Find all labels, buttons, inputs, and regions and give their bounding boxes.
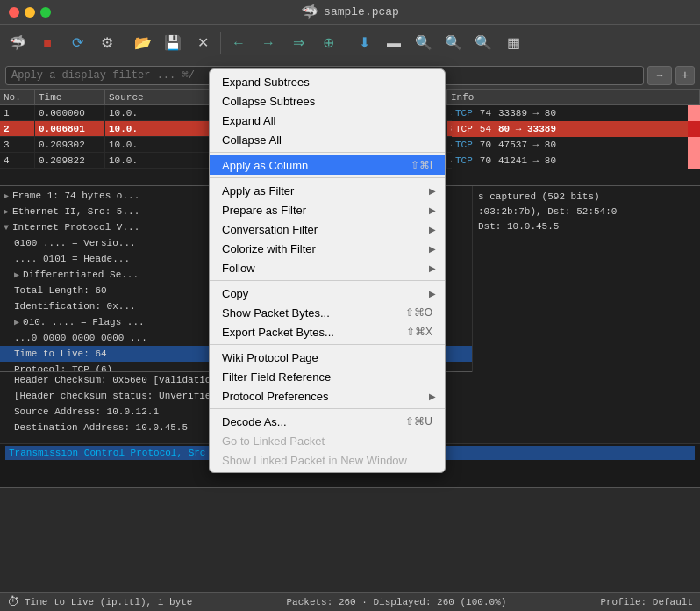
cell-source: 10.0.: [105, 105, 175, 120]
cm-follow[interactable]: Follow: [210, 258, 445, 277]
cm-decode-as[interactable]: Decode As... ⇧⌘U: [210, 412, 445, 431]
right-row-2: TCP5480 → 33389: [452, 121, 688, 137]
cell-time: 0.006801: [35, 121, 105, 136]
cell-no: 1: [0, 105, 35, 120]
cell-no: 2: [0, 121, 35, 136]
cm-item-label: Prepare as Filter: [222, 204, 306, 217]
cm-show-linked-new-window: Show Linked Packet in New Window: [210, 450, 445, 470]
stop-btn[interactable]: ■: [33, 29, 61, 57]
open-btn[interactable]: 📂: [129, 29, 157, 57]
window-title: 🦈 sample.pcap: [301, 4, 399, 21]
col-header-info[interactable]: Info: [447, 90, 700, 104]
close-button[interactable]: [9, 7, 19, 18]
cm-export-packet-bytes[interactable]: Export Packet Bytes... ⇧⌘X: [210, 322, 445, 341]
coloring-btn[interactable]: ▬: [380, 29, 408, 57]
cm-sep-3: [210, 280, 445, 281]
cell-time: 0.209822: [35, 153, 105, 168]
status-field-text: Time to Live (ip.ttl), 1 byte: [25, 597, 192, 607]
info-line-3: Dst: 10.0.45.5: [478, 219, 695, 234]
cm-sep-2: [210, 177, 445, 178]
cm-collapse-subtrees[interactable]: Collapse Subtrees: [210, 91, 445, 111]
cell-no: 3: [0, 137, 35, 152]
cm-protocol-prefs[interactable]: Protocol Preferences: [210, 386, 445, 406]
detail-text: Ethernet II, Src: 5...: [12, 206, 139, 217]
cm-item-label: Apply as Column: [222, 159, 308, 172]
right-row-4: TCP7041241 → 80: [452, 153, 688, 169]
color-indicator: [688, 121, 700, 137]
restart-btn[interactable]: ⟳: [63, 29, 91, 57]
cm-item-label: Go to Linked Packet: [222, 435, 325, 448]
cm-item-label: Protocol Preferences: [222, 390, 328, 403]
cm-sep-1: [210, 152, 445, 153]
cm-collapse-all[interactable]: Collapse All: [210, 130, 445, 149]
titlebar: 🦈 sample.pcap: [0, 0, 700, 25]
expand-arrow: ▶: [14, 270, 19, 280]
zoom-out-btn[interactable]: 🔍: [439, 29, 468, 57]
save-btn[interactable]: 💾: [159, 29, 187, 57]
cm-shortcut: ⇧⌘X: [406, 326, 432, 338]
expand-arrow: ▶: [4, 206, 9, 217]
separator-1: [125, 32, 125, 54]
shark-btn[interactable]: 🦈: [4, 29, 32, 57]
expand-arrow: ▶: [14, 317, 19, 327]
expand-arrow: ▼: [4, 223, 9, 233]
detail-text: 010. .... = Flags ...: [23, 317, 145, 327]
filter-plus-button[interactable]: +: [675, 66, 695, 85]
cm-item-label: Export Packet Bytes...: [222, 326, 334, 339]
filter-arrow-button[interactable]: →: [647, 66, 672, 85]
detail-text: 0100 .... = Versio...: [14, 238, 136, 248]
cm-conversation-filter[interactable]: Conversation Filter: [210, 219, 445, 239]
info-line-1: s captured (592 bits): [478, 190, 695, 205]
color-indicator: [688, 105, 700, 121]
cm-expand-subtrees[interactable]: Expand Subtrees: [210, 72, 445, 91]
cm-show-packet-bytes[interactable]: Show Packet Bytes... ⇧⌘O: [210, 303, 445, 322]
app-icon: 🦈: [301, 4, 318, 21]
context-menu: Expand Subtrees Collapse Subtrees Expand…: [209, 68, 446, 473]
cm-wiki-protocol[interactable]: Wiki Protocol Page: [210, 348, 445, 367]
cm-item-label: Follow: [222, 262, 255, 275]
detail-text: [Header checksum status: Unverified]: [14, 391, 223, 401]
status-packets-text: Packets: 260 · Displayed: 260 (100.0%): [286, 597, 506, 607]
resize-cols-btn[interactable]: ▦: [499, 29, 527, 57]
status-profile-text: Profile: Default: [600, 597, 693, 607]
autoscroll-btn[interactable]: ⬇: [350, 29, 378, 57]
cm-item-label: Conversation Filter: [222, 223, 318, 236]
detail-text: Identification: 0x...: [14, 301, 136, 312]
minimize-button[interactable]: [25, 7, 35, 18]
goto-btn[interactable]: ⇒: [284, 29, 312, 57]
close-file-btn[interactable]: ✕: [189, 29, 217, 57]
cell-time: 0.209302: [35, 137, 105, 152]
cm-item-label: Collapse Subtrees: [222, 95, 315, 108]
info-panel: s captured (592 bits) :03:2b:7b), Dst: 5…: [472, 186, 700, 372]
info-line-2: :03:2b:7b), Dst: 52:54:0: [478, 205, 695, 219]
status-left: ⏱ Time to Live (ip.ttl), 1 byte: [7, 595, 192, 609]
cm-item-label: Colorize with Filter: [222, 242, 316, 255]
col-header-no[interactable]: No.: [0, 90, 35, 104]
window-controls: [9, 7, 51, 18]
cm-apply-as-column[interactable]: Apply as Column ⇧⌘I: [210, 155, 445, 175]
detail-text: Destination Address: 10.0.45.5: [14, 422, 188, 433]
col-header-source[interactable]: Source: [105, 90, 175, 104]
status-icon: ⏱: [7, 595, 19, 609]
cm-colorize-with-filter[interactable]: Colorize with Filter: [210, 239, 445, 258]
color-indicator: [688, 137, 700, 153]
cm-prepare-as-filter[interactable]: Prepare as Filter: [210, 200, 445, 219]
first-btn[interactable]: ⊕: [314, 29, 342, 57]
cm-shortcut: ⇧⌘I: [411, 159, 432, 171]
cm-filter-field-ref[interactable]: Filter Field Reference: [210, 367, 445, 386]
prefs-btn[interactable]: ⚙: [93, 29, 121, 57]
cm-sep-4: [210, 344, 445, 345]
cm-shortcut: ⇧⌘U: [405, 415, 432, 428]
cm-expand-all[interactable]: Expand All: [210, 111, 445, 130]
zoom-in-btn[interactable]: 🔍: [410, 29, 438, 57]
maximize-button[interactable]: [40, 7, 51, 18]
cm-apply-as-filter[interactable]: Apply as Filter: [210, 181, 445, 200]
zoom-normal-btn[interactable]: 🔍: [469, 29, 497, 57]
cm-item-label: Expand Subtrees: [222, 75, 310, 89]
cell-time: 0.000000: [35, 105, 105, 120]
col-header-time[interactable]: Time: [35, 90, 105, 104]
cm-copy[interactable]: Copy: [210, 284, 445, 303]
detail-text: Total Length: 60: [14, 285, 107, 296]
forward-btn[interactable]: →: [254, 29, 282, 57]
back-btn[interactable]: ←: [225, 29, 253, 57]
